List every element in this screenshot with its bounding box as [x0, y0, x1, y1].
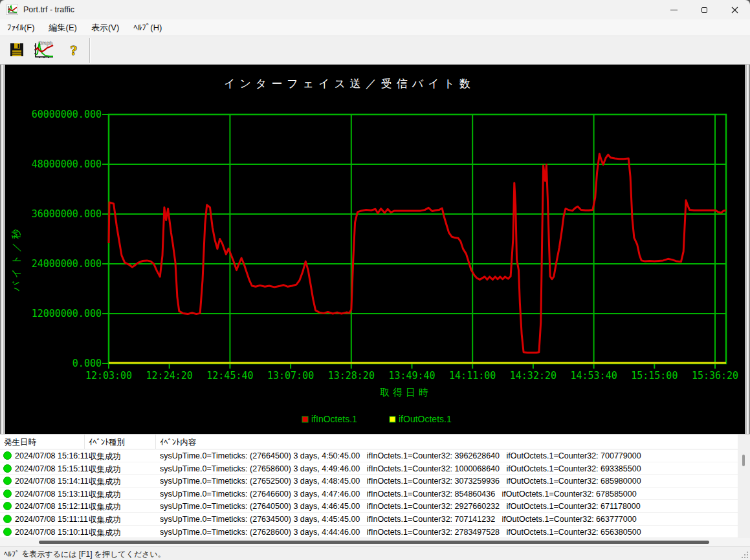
event-type: 収集成功: [89, 477, 121, 488]
x-tick-label: 13:07:00: [267, 370, 314, 382]
y-axis-title: バイト／秒: [10, 226, 21, 292]
help-button[interactable]: ?: [62, 39, 85, 62]
y-tick-label: 48000000.000: [32, 158, 102, 170]
x-tick-label: 13:28:20: [328, 370, 375, 382]
green-circle-icon: [3, 451, 12, 460]
axis-ticks: [102, 114, 715, 369]
y-tick-label: 24000000.000: [32, 258, 102, 270]
x-axis-labels: 12:03:00 12:24:20 12:45:40 13:07:00 13:2…: [85, 370, 738, 382]
event-table: 発生日時 ｲﾍﾞﾝﾄ種別 ｲﾍﾞﾝﾄ内容 2024/07/08 15:16:11…: [0, 434, 750, 546]
header-event-content[interactable]: ｲﾍﾞﾝﾄ内容: [160, 437, 196, 448]
y-tick-label: 12000000.000: [32, 308, 102, 319]
x-axis-title: 取得日時: [380, 387, 432, 398]
legend-label-ifinoctets: ifInOctets.1: [311, 414, 357, 424]
menu-file[interactable]: ﾌｧｲﾙ(F): [0, 21, 42, 34]
table-row[interactable]: 2024/07/08 15:10:11 収集成功 sysUpTime.0=Tim…: [0, 526, 738, 539]
y-tick-label: 36000000.000: [32, 208, 102, 220]
green-circle-icon: [3, 528, 12, 536]
legend-label-ifoutoctets: ifOutOctets.1: [399, 414, 452, 424]
app-icon: [6, 5, 18, 15]
table-row[interactable]: 2024/07/08 15:13:11 収集成功 sysUpTime.0=Tim…: [0, 488, 738, 501]
green-circle-icon: [3, 464, 12, 473]
vertical-scrollbar-thumb[interactable]: [742, 455, 745, 466]
x-tick-label: 14:11:00: [449, 370, 496, 382]
event-content: sysUpTime.0=Timeticks: (27646600) 3 days…: [160, 490, 637, 499]
horizontal-scrollbar[interactable]: [0, 538, 750, 547]
header-event-type[interactable]: ｲﾍﾞﾝﾄ種別: [89, 437, 125, 448]
y-tick-label: 0.000: [72, 358, 102, 369]
app-window: Port.trf - traffic ﾌｧｲﾙ(F) 編集(E) 表示(V) ﾍ…: [0, 0, 750, 560]
event-content: sysUpTime.0=Timeticks: (27652500) 3 days…: [160, 477, 641, 486]
status-text: ﾍﾙﾌﾟ を表示するには [F1] を押してください。: [4, 549, 166, 560]
chart-title: インターフェイス送／受信バイト数: [224, 78, 475, 90]
event-time: 2024/07/08 15:10:11: [15, 528, 89, 537]
traffic-chart: インターフェイス送／受信バイト数 60000000.000 48000000.0…: [0, 65, 750, 434]
green-circle-icon: [3, 502, 12, 510]
chart-view-right-border: [745, 65, 750, 434]
event-content: sysUpTime.0=Timeticks: (27634500) 3 days…: [160, 515, 637, 524]
table-row[interactable]: 2024/07/08 15:16:11 収集成功 sysUpTime.0=Tim…: [0, 449, 738, 462]
event-time: 2024/07/08 15:13:11: [15, 490, 89, 499]
y-tick-label: 60000000.000: [32, 109, 102, 120]
resize-grip-icon[interactable]: [741, 551, 749, 559]
header-occurrence-time[interactable]: 発生日時: [4, 437, 36, 448]
green-circle-icon: [3, 515, 12, 523]
floppy-disk-icon: [9, 42, 25, 59]
toolbar-separator: [89, 38, 91, 63]
event-time: 2024/07/08 15:11:11: [15, 515, 88, 524]
green-circle-icon: [3, 477, 12, 485]
event-type: 収集成功: [89, 451, 121, 462]
green-circle-icon: [3, 490, 12, 498]
vertical-scrollbar[interactable]: [738, 435, 750, 538]
table-row[interactable]: 2024/07/08 15:15:11 収集成功 sysUpTime.0=Tim…: [0, 462, 738, 475]
event-content: sysUpTime.0=Timeticks: (27628600) 3 days…: [160, 528, 641, 537]
event-time: 2024/07/08 15:14:11: [15, 477, 89, 486]
event-time: 2024/07/08 15:15:11: [15, 464, 89, 473]
caption-buttons: [659, 0, 750, 19]
x-tick-label: 15:15:00: [631, 370, 678, 382]
plot-border: [109, 114, 726, 363]
event-content: sysUpTime.0=Timeticks: (27658600) 3 days…: [160, 464, 641, 473]
chart-view-left-border: [0, 65, 5, 434]
x-tick-label: 12:24:20: [146, 370, 193, 382]
chart-area: インターフェイス送／受信バイト数 60000000.000 48000000.0…: [0, 65, 750, 434]
table-row[interactable]: 2024/07/08 15:14:11 収集成功 sysUpTime.0=Tim…: [0, 475, 738, 488]
x-tick-label: 14:53:40: [570, 370, 617, 382]
statusbar: ﾍﾙﾌﾟ を表示するには [F1] を押してください。: [0, 546, 750, 560]
maximize-icon[interactable]: [689, 0, 720, 19]
event-content: sysUpTime.0=Timeticks: (27664500) 3 days…: [160, 451, 641, 460]
line-chart-icon: Graph: [32, 39, 55, 62]
window-title: Port.trf - traffic: [23, 5, 74, 14]
chart-legend: ifInOctets.1 ifOutOctets.1: [302, 414, 452, 424]
table-header: 発生日時 ｲﾍﾞﾝﾄ種別 ｲﾍﾞﾝﾄ内容: [0, 435, 738, 449]
graph-button[interactable]: Graph: [30, 39, 57, 62]
save-button[interactable]: [5, 39, 28, 62]
svg-text:?: ?: [71, 42, 78, 58]
event-type: 収集成功: [89, 502, 121, 513]
horizontal-scrollbar-thumb[interactable]: [39, 541, 709, 544]
legend-swatch-ifoutoctets: [390, 416, 395, 422]
toolbar: Graph ?: [0, 36, 750, 65]
menubar: ﾌｧｲﾙ(F) 編集(E) 表示(V) ﾍﾙﾌﾟ(H): [0, 19, 750, 36]
table-row[interactable]: 2024/07/08 15:11:11 収集成功 sysUpTime.0=Tim…: [0, 513, 738, 526]
event-type: 収集成功: [89, 490, 121, 501]
close-icon[interactable]: [720, 0, 750, 19]
x-tick-label: 14:32:20: [510, 370, 557, 382]
menu-edit[interactable]: 編集(E): [42, 20, 84, 36]
event-time: 2024/07/08 15:12:11: [15, 502, 89, 511]
x-tick-label: 13:49:40: [388, 370, 435, 382]
legend-swatch-ifinoctets: [302, 416, 308, 422]
menu-view[interactable]: 表示(V): [84, 20, 126, 36]
menu-help[interactable]: ﾍﾙﾌﾟ(H): [126, 21, 169, 34]
series-ifinoctets-line: [109, 154, 726, 352]
minimize-icon[interactable]: [659, 0, 689, 19]
x-tick-label: 12:45:40: [206, 370, 253, 382]
y-axis-labels: 60000000.000 48000000.000 36000000.000 2…: [32, 109, 102, 369]
question-mark-icon: ?: [66, 41, 82, 60]
event-time: 2024/07/08 15:16:11: [15, 451, 89, 460]
titlebar: Port.trf - traffic: [0, 0, 750, 19]
table-row[interactable]: 2024/07/08 15:12:11 収集成功 sysUpTime.0=Tim…: [0, 500, 738, 513]
event-type: 収集成功: [89, 528, 121, 539]
x-tick-label: 12:03:00: [85, 370, 132, 382]
x-tick-label: 15:36:20: [692, 370, 738, 382]
